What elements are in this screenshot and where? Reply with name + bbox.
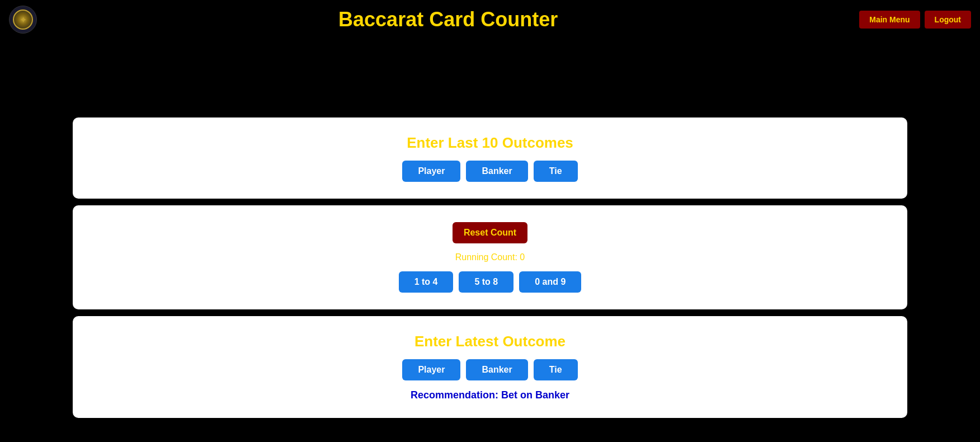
main-content: Enter Last 10 Outcomes Player Banker Tie… <box>0 106 980 429</box>
page-title: Baccarat Card Counter <box>37 8 859 31</box>
running-count-value: 0 <box>520 252 525 262</box>
header-buttons: Main Menu Logout <box>859 11 971 29</box>
logo-icon: ✦ <box>13 10 33 30</box>
count-range-buttons: 1 to 4 5 to 8 0 and 9 <box>399 271 582 293</box>
latest-tie-button[interactable]: Tie <box>534 359 578 380</box>
latest-outcome-title: Enter Latest Outcome <box>414 333 566 350</box>
last-10-outcomes-title: Enter Last 10 Outcomes <box>407 134 573 152</box>
main-menu-button[interactable]: Main Menu <box>859 11 920 29</box>
last-10-player-button[interactable]: Player <box>402 161 460 182</box>
logout-button[interactable]: Logout <box>925 11 971 29</box>
header: ✦ Baccarat Card Counter Main Menu Logout <box>0 0 980 39</box>
latest-player-button[interactable]: Player <box>402 359 460 380</box>
count-5-to-8-button[interactable]: 5 to 8 <box>459 271 513 293</box>
last-10-banker-button[interactable]: Banker <box>466 161 527 182</box>
last-10-outcomes-panel: Enter Last 10 Outcomes Player Banker Tie <box>73 117 907 199</box>
count-0-and-9-button[interactable]: 0 and 9 <box>519 271 581 293</box>
logo: ✦ <box>9 6 37 34</box>
reset-count-button[interactable]: Reset Count <box>453 222 527 243</box>
count-1-to-4-button[interactable]: 1 to 4 <box>399 271 454 293</box>
running-count-display: Running Count: 0 <box>455 252 525 262</box>
counter-panel: Reset Count Running Count: 0 1 to 4 5 to… <box>73 205 907 309</box>
recommendation-text: Recommendation: Bet on Banker <box>411 389 569 401</box>
latest-outcome-panel: Enter Latest Outcome Player Banker Tie R… <box>73 316 907 418</box>
latest-outcome-buttons: Player Banker Tie <box>402 359 577 380</box>
running-count-label: Running Count: <box>455 252 517 262</box>
latest-banker-button[interactable]: Banker <box>466 359 527 380</box>
last-10-tie-button[interactable]: Tie <box>534 161 578 182</box>
top-spacer <box>0 39 980 106</box>
last-10-outcomes-buttons: Player Banker Tie <box>402 161 577 182</box>
